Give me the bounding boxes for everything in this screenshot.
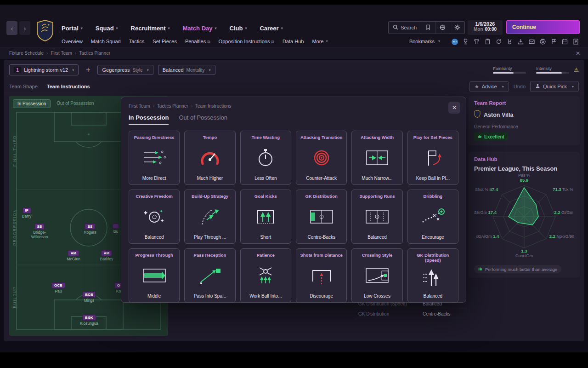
search-button[interactable]: Search bbox=[389, 22, 421, 34]
position-badge: SS bbox=[85, 224, 96, 230]
nav-match-day[interactable]: Match Day bbox=[182, 25, 216, 32]
instruction-card-dribbling[interactable]: Dribbling Encourage bbox=[407, 190, 458, 244]
nav-squad[interactable]: Squad bbox=[96, 25, 118, 32]
player-token[interactable]: BCBMings bbox=[82, 292, 96, 303]
history-forward-button[interactable]: › bbox=[19, 21, 30, 35]
player-token[interactable]: SSRogers bbox=[84, 224, 96, 235]
bookmark-button[interactable] bbox=[421, 22, 435, 34]
instruction-card-patience[interactable]: Patience Work Ball Into... bbox=[240, 248, 291, 303]
instruction-card-goal-kicks[interactable]: Goal Kicks Short bbox=[240, 190, 291, 244]
instruction-card-creative-freedom[interactable]: Creative Freedom Balanced bbox=[129, 190, 180, 244]
help-button[interactable] bbox=[435, 22, 450, 34]
summary-row[interactable]: GK Distribution Centre-Backs bbox=[355, 309, 467, 319]
settings-button[interactable] bbox=[450, 22, 464, 34]
mentality-select[interactable]: Balanced Mentality bbox=[158, 65, 215, 75]
history-back-button[interactable]: ‹ bbox=[6, 21, 17, 35]
player-token[interactable]: BGKKiosungua bbox=[80, 315, 98, 326]
passing-directness-icon bbox=[141, 140, 168, 176]
instruction-title: GK Distribution (Speed) bbox=[410, 253, 456, 263]
bookmarks-dropdown[interactable]: Bookmarks bbox=[409, 39, 440, 44]
metric-value: 1.3 bbox=[521, 248, 527, 253]
notes-icon[interactable] bbox=[572, 38, 580, 46]
crumb-tactics-planner[interactable]: Tactics Planner bbox=[79, 51, 110, 56]
subnav-set-pieces[interactable]: Set Pieces bbox=[153, 39, 177, 45]
calendar-icon[interactable] bbox=[561, 38, 569, 46]
position-badge: OCB bbox=[51, 282, 65, 288]
downloads-icon[interactable] bbox=[517, 38, 525, 46]
instruction-card-time-wasting[interactable]: Time Wasting Less Often bbox=[240, 131, 291, 185]
trophy-icon[interactable] bbox=[462, 38, 469, 46]
flag-icon[interactable] bbox=[550, 38, 558, 46]
instruction-card-attacking-width[interactable]: Attacking Width Much Narrow... bbox=[351, 131, 402, 185]
player-token[interactable]: OCBPau bbox=[51, 282, 65, 294]
subnav-opposition-instructions[interactable]: Opposition Instructions bbox=[219, 39, 274, 45]
instruction-card-passing-directness[interactable]: Passing Directness More Direct bbox=[129, 131, 180, 185]
clipboard-icon[interactable] bbox=[484, 38, 492, 46]
instruction-card-crossing-style[interactable]: Crossing Style Low Crosses bbox=[351, 248, 402, 303]
mail-icon[interactable] bbox=[528, 38, 536, 46]
pitch-tab-out-of-possession[interactable]: Out of Possession bbox=[52, 99, 98, 108]
add-tactic-button[interactable]: + bbox=[83, 66, 93, 74]
dialog-tab-in-possession[interactable]: In Possession bbox=[129, 114, 169, 125]
nav-club[interactable]: Club bbox=[230, 25, 247, 32]
undo-button[interactable]: Undo bbox=[514, 84, 526, 89]
instruction-value: Counter-Attack bbox=[306, 176, 337, 181]
team-instructions-dialog: First Team Tactics Planner Team Instruct… bbox=[121, 97, 466, 303]
nav-recruitment[interactable]: Recruitment bbox=[131, 25, 170, 32]
tactic-select[interactable]: 1 Lightning storm v12 bbox=[9, 64, 79, 75]
performance-comparison-badge: Performing much better than average bbox=[474, 265, 561, 273]
crumb-first-team[interactable]: First Team bbox=[51, 51, 76, 56]
continue-button[interactable]: Continue bbox=[506, 20, 580, 34]
dialog-close-button[interactable]: ✕ bbox=[448, 102, 460, 114]
instruction-card-play-for-set-pieces[interactable]: Play for Set Pieces Keep Ball in Pl... bbox=[407, 131, 458, 185]
instruction-card-pass-reception[interactable]: Pass Reception Pass Into Spa... bbox=[184, 248, 235, 303]
finances-icon[interactable] bbox=[539, 38, 547, 46]
player-token[interactable]: IFBarry bbox=[22, 207, 31, 219]
team-report-card[interactable]: Team Report Aston Villa General Performa… bbox=[469, 96, 580, 145]
subnav-penalties[interactable]: Penalties bbox=[185, 39, 210, 45]
subnav-data-hub[interactable]: Data Hub bbox=[283, 39, 304, 45]
chat-icon[interactable] bbox=[451, 38, 458, 46]
zone-label-buildup: BUILDUP bbox=[12, 279, 17, 316]
crumb-fixture-schedule[interactable]: Fixture Schedule bbox=[9, 51, 48, 56]
dialog-crumb-team-instructions[interactable]: Team Instructions bbox=[195, 104, 231, 109]
tab-team-instructions[interactable]: Team Instructions bbox=[47, 84, 90, 89]
subnav-more[interactable]: More bbox=[312, 39, 328, 45]
shots-from-distance-icon bbox=[308, 258, 335, 293]
instruction-card-shots-from-distance[interactable]: Shots from Distance Discourage bbox=[296, 248, 347, 303]
quick-pick-button[interactable]: Quick Pick bbox=[530, 81, 579, 92]
dialog-crumb-first-team[interactable]: First Team bbox=[129, 104, 154, 109]
style-select[interactable]: Gegenpress Style bbox=[97, 65, 153, 75]
instruction-card-build-up-strategy[interactable]: Build-Up Strategy Play Through ... bbox=[184, 190, 235, 244]
instruction-card-progress-through[interactable]: Progress Through Middle bbox=[129, 248, 180, 303]
instruction-card-supporting-runs[interactable]: Supporting Runs Balanced bbox=[351, 190, 402, 244]
nav-portal[interactable]: Portal bbox=[62, 25, 83, 32]
data-hub-card[interactable]: Data Hub Premier League, This Season bbox=[469, 152, 580, 278]
club-crest-small bbox=[474, 110, 481, 120]
medal-icon[interactable] bbox=[506, 38, 514, 46]
star-icon: ★ bbox=[475, 84, 479, 90]
tab-team-shape[interactable]: Team Shape bbox=[9, 84, 38, 89]
instruction-card-tempo[interactable]: Tempo Much Higher bbox=[184, 131, 235, 185]
player-token[interactable]: Bu bbox=[113, 224, 119, 234]
player-token[interactable]: AMMcGinn bbox=[67, 250, 80, 262]
instruction-card-gk-distribution[interactable]: GK Distribution Centre-Backs bbox=[296, 190, 347, 244]
instruction-card-attacking-transition[interactable]: Attacking Transition Counter-Attack bbox=[296, 131, 347, 185]
subnav-match-squad[interactable]: Match Squad bbox=[91, 39, 121, 45]
subnav-overview[interactable]: Overview bbox=[62, 39, 83, 45]
instruction-card-gk-distribution-speed[interactable]: GK Distribution (Speed) Balanced bbox=[407, 248, 458, 303]
advice-button[interactable]: ★ Advice bbox=[469, 81, 509, 92]
close-page-icon[interactable]: ✕ bbox=[574, 50, 582, 57]
shirt-icon[interactable] bbox=[473, 38, 481, 46]
refresh-icon[interactable] bbox=[495, 38, 503, 46]
game-date-widget[interactable]: 1/6/2026 Mon00:00 bbox=[468, 20, 503, 35]
intensity-warning-icon[interactable]: ⚠ bbox=[574, 67, 579, 73]
instruction-value: Play Through ... bbox=[194, 235, 226, 240]
nav-career[interactable]: Career bbox=[260, 25, 283, 32]
subnav-tactics[interactable]: Tactics bbox=[129, 39, 145, 45]
dialog-tab-out-of-possession[interactable]: Out of Possession bbox=[179, 114, 227, 125]
pitch-tab-in-possession[interactable]: In Possession bbox=[13, 99, 51, 108]
player-token[interactable]: SSBridge-Wilkinson bbox=[26, 224, 53, 240]
dialog-crumb-tactics-planner[interactable]: Tactics Planner bbox=[157, 104, 192, 109]
player-token[interactable]: AMBarkley bbox=[100, 250, 113, 262]
